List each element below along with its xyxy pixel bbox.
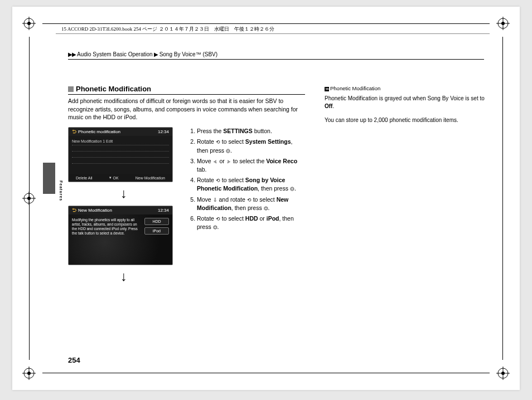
step-text: . xyxy=(230,147,232,154)
divider xyxy=(56,33,490,34)
device-option-hdd: HDD xyxy=(144,218,169,225)
intro-paragraph: Add phonetic modifications of difficult … xyxy=(68,97,305,121)
svg-point-15 xyxy=(501,372,505,375)
press-dial-icon: ⏣ xyxy=(290,187,294,192)
step-item: Rotate ⟲ to select HDD or iPod, then pre… xyxy=(197,214,305,231)
move-right-icon: ⪢ xyxy=(226,159,231,164)
crop-line xyxy=(42,373,490,373)
screenshot-footer: Delete All ▾ OK New Modification xyxy=(69,174,172,182)
list-row xyxy=(72,152,169,158)
sidebar-keyword: Off xyxy=(325,103,332,109)
step-text: to select the xyxy=(231,158,266,164)
step-text: tab. xyxy=(197,166,207,173)
screenshot-title: New Modification xyxy=(78,208,112,213)
step-item: Move ⇩ and rotate ⟲ to select New Modifi… xyxy=(197,196,305,212)
sidebar-text: . xyxy=(332,103,334,109)
screenshot-message: Modifying the phonetics will apply to al… xyxy=(72,218,141,261)
step-keyword: SETTINGS xyxy=(223,128,253,134)
step-text: Press the xyxy=(197,128,223,134)
rotate-dial-icon: ⟲ xyxy=(216,178,220,183)
move-down-icon: ⇩ xyxy=(213,198,217,203)
svg-point-7 xyxy=(501,22,505,25)
list-row xyxy=(72,145,169,152)
device-screenshot-phonetic-list: ⮌Phonetic modification 12:34 New Modific… xyxy=(68,127,173,182)
step-keyword: iPod xyxy=(267,215,279,222)
move-left-icon: ⪡ xyxy=(213,159,218,164)
svg-point-19 xyxy=(27,197,31,200)
screenshot-clock: 12:34 xyxy=(158,208,169,213)
screenshot-body: New Modification 1 Edit xyxy=(69,136,172,174)
steps-column: Press the SETTINGS button. Rotate ⟲ to s… xyxy=(188,127,305,233)
step-text: Rotate xyxy=(197,215,216,222)
press-dial-icon: ⏣ xyxy=(264,206,268,211)
rotate-dial-icon: ⟲ xyxy=(247,198,252,203)
crop-line xyxy=(42,23,490,24)
footer-label: ▾ OK xyxy=(109,175,119,180)
sidebar-paragraph: Phonetic Modification is grayed out when… xyxy=(325,95,492,111)
screenshot-clock: 12:34 xyxy=(158,129,169,134)
breadcrumb: ▶▶Audio System Basic Operation▶Song By V… xyxy=(68,51,217,57)
step-text: or xyxy=(258,215,267,222)
registration-mark-icon xyxy=(22,17,36,30)
step-text: , then press xyxy=(258,185,290,192)
down-arrow-icon: ↓ xyxy=(68,187,180,200)
breadcrumb-sep-icon: ▶ xyxy=(154,51,158,57)
main-column: Phonetic Modification Add phonetic modif… xyxy=(68,85,305,289)
device-option-ipod: iPod xyxy=(144,227,169,235)
step-item: Move ⪡ or ⪢ to select the Voice Reco tab… xyxy=(197,157,305,174)
breadcrumb-seg: Audio System Basic Operation xyxy=(77,51,153,57)
step-text: Rotate xyxy=(197,138,216,145)
section-tab-label: Features xyxy=(59,181,63,201)
screenshot-buttons: HDD iPod xyxy=(144,218,169,261)
return-icon: ⮌ xyxy=(72,129,76,134)
step-text: . xyxy=(294,185,296,192)
svg-point-3 xyxy=(27,22,31,25)
down-arrow-icon: ↓ xyxy=(68,270,180,283)
sidebar-heading-text: Phonetic Modification xyxy=(330,85,380,91)
screenshot-title: Phonetic modification xyxy=(78,129,120,134)
step-item: Press the SETTINGS button. xyxy=(197,127,305,135)
step-text: Move xyxy=(197,158,213,164)
step-text: to select xyxy=(252,196,277,203)
section-heading: Phonetic Modification xyxy=(68,85,305,95)
step-text: to select xyxy=(220,138,245,145)
crop-line xyxy=(502,37,503,360)
device-screenshot-new-modification: ⮌New Modification 12:34 Modifying the ph… xyxy=(68,206,173,265)
step-item: Rotate ⟲ to select System Settings, then… xyxy=(197,138,305,154)
breadcrumb-arrows-icon: ▶▶ xyxy=(68,51,76,57)
step-text: . xyxy=(217,223,219,230)
screenshot-body: Modifying the phonetics will apply to al… xyxy=(69,214,172,265)
step-keyword: Voice Reco xyxy=(266,158,297,164)
section-heading-text: Phonetic Modification xyxy=(76,85,151,93)
svg-point-11 xyxy=(27,372,31,375)
sidebar-heading: ≫Phonetic Modification xyxy=(325,85,492,92)
step-text: , then press xyxy=(231,204,264,211)
screenshot-header: ⮌New Modification 12:34 xyxy=(69,206,172,214)
step-keyword: System Settings xyxy=(245,138,291,145)
manual-page: 15 ACCORD 2D-31T3L6200.book 254 ページ ２０１４… xyxy=(12,7,520,390)
step-text: button. xyxy=(253,128,272,134)
sidebar-paragraph: You can store up to 2,000 phonetic modif… xyxy=(325,116,492,125)
framemaker-header: 15 ACCORD 2D-31T3L6200.book 254 ページ ２０１４… xyxy=(61,26,274,33)
divider xyxy=(68,59,484,60)
list-row xyxy=(72,158,169,164)
registration-mark-icon xyxy=(496,367,510,380)
info-chevron-icon: ≫ xyxy=(325,87,329,91)
step-keyword: HDD xyxy=(245,215,258,222)
figure-column: ⮌Phonetic modification 12:34 New Modific… xyxy=(68,127,180,289)
rotate-dial-icon: ⟲ xyxy=(216,140,220,145)
registration-mark-icon xyxy=(496,17,510,30)
registration-mark-icon xyxy=(22,192,36,205)
press-dial-icon: ⏣ xyxy=(213,225,217,230)
list-row: New Modification 1 Edit xyxy=(72,139,169,145)
footer-label: Delete All xyxy=(76,175,93,180)
press-dial-icon: ⏣ xyxy=(226,149,230,154)
step-text: to select xyxy=(220,177,245,183)
sidebar-text: Phonetic Modification is grayed out when… xyxy=(325,95,485,101)
sidebar-column: ≫Phonetic Modification Phonetic Modifica… xyxy=(325,85,492,130)
footer-label: New Modification xyxy=(136,175,165,180)
step-text: Move xyxy=(197,196,213,203)
step-text: or xyxy=(218,158,226,164)
content-area: Phonetic Modification Add phonetic modif… xyxy=(68,85,492,289)
breadcrumb-seg: Song By Voice™ (SBV) xyxy=(159,51,218,57)
